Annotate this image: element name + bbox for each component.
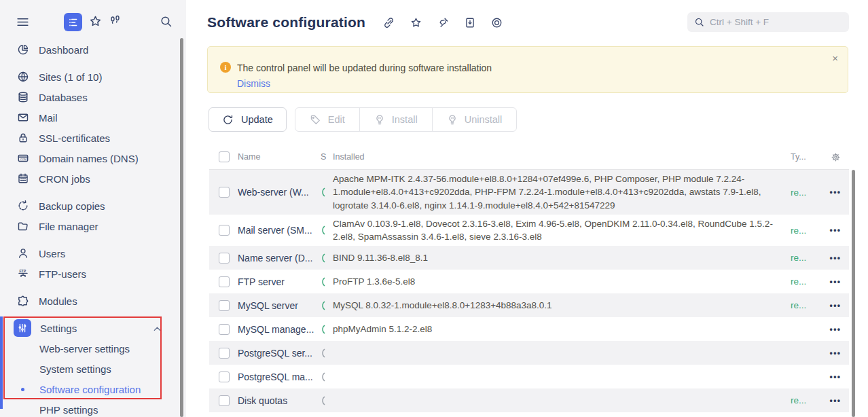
toolbar-group: Edit Install Uninstall: [295, 107, 518, 132]
sidebar-item-users[interactable]: Users: [0, 243, 177, 264]
row-name: PostgreSQL ma...: [238, 371, 321, 382]
table-row[interactable]: MySQL server MySQL 8.0.32-1.module+el8.8…: [209, 293, 849, 317]
row-checkbox[interactable]: [219, 276, 230, 287]
status-not-installed-icon: [321, 348, 333, 358]
row-name: MySQL server: [238, 300, 321, 311]
sidebar-item-sites[interactable]: Sites (1 of 10): [0, 67, 177, 87]
table-row[interactable]: Name server (D... BIND 9.11.36-8.el8_8.1…: [209, 246, 849, 270]
row-menu-button[interactable]: •••: [822, 187, 849, 197]
sidebar-item-webserver-settings[interactable]: Web-server settings: [0, 338, 177, 359]
sidebar-item-label: Databases: [39, 92, 88, 103]
row-checkbox[interactable]: [219, 371, 230, 382]
export-file-icon[interactable]: [465, 17, 475, 29]
pin-icon[interactable]: [437, 17, 449, 29]
sidebar-item-label: CRON jobs: [39, 173, 90, 185]
table-row[interactable]: PostgreSQL ser... •••: [209, 341, 849, 365]
copy-link-icon[interactable]: [383, 17, 395, 29]
row-checkbox[interactable]: [219, 395, 230, 406]
sidebar-toolbar: [0, 0, 186, 38]
row-menu-button[interactable]: •••: [822, 372, 849, 382]
sidebar-search-icon[interactable]: [160, 15, 173, 28]
table-row[interactable]: MySQL manage... phpMyAdmin 5.1.2-2.el8 •…: [209, 317, 849, 341]
sidebar-item-filemanager[interactable]: File manager: [0, 216, 177, 236]
database-icon: [16, 90, 30, 104]
row-checkbox[interactable]: [219, 187, 230, 198]
refresh-icon: [222, 114, 234, 126]
dashboard-pie-icon: [16, 43, 30, 56]
column-name[interactable]: Name: [238, 152, 321, 162]
padlock-icon: [16, 131, 30, 145]
install-button[interactable]: Install: [359, 108, 432, 131]
row-menu-button[interactable]: •••: [822, 325, 849, 334]
edit-button[interactable]: Edit: [295, 108, 359, 131]
table-scrollbar[interactable]: [852, 170, 855, 417]
row-menu-button[interactable]: •••: [822, 225, 849, 235]
footprints-icon[interactable]: [108, 14, 123, 28]
notification-banner: i The control panel will be updated duri…: [207, 46, 848, 93]
restore-arrow-icon: [16, 199, 30, 213]
favorites-star-icon[interactable]: [89, 15, 102, 28]
sidebar-item-ftpusers[interactable]: FTP FTP-users: [0, 264, 177, 284]
column-type[interactable]: Ty...: [791, 152, 822, 162]
sidebar-scrollbar[interactable]: [180, 38, 183, 417]
row-name: Name server (D...: [238, 253, 321, 264]
row-menu-button[interactable]: •••: [822, 301, 849, 310]
help-ring-icon[interactable]: [491, 17, 503, 29]
table-row[interactable]: FTP server ProFTP 1.3.6e-5.el8 re... •••: [209, 270, 849, 293]
row-installed: Apache MPM-ITK 2.4.37-56.module+el8.8.0+…: [333, 173, 791, 211]
table-row[interactable]: Web-server (W... Apache MPM-ITK 2.4.37-5…: [209, 170, 849, 215]
calendar-icon: [16, 172, 30, 185]
sidebar-item-mail[interactable]: Mail: [0, 107, 177, 128]
row-installed: ProFTP 1.3.6e-5.el8: [333, 275, 791, 288]
dot-com-icon: .COM: [16, 151, 30, 165]
favorite-star-icon[interactable]: [410, 17, 422, 29]
sidebar-item-label: Mail: [39, 112, 58, 124]
sidebar-item-databases[interactable]: Databases: [0, 87, 177, 107]
update-button[interactable]: Update: [209, 107, 287, 132]
close-icon[interactable]: ×: [832, 52, 838, 64]
search-input[interactable]: [710, 17, 839, 27]
sidebar-item-system-settings[interactable]: System settings: [0, 359, 177, 379]
sidebar-item-dns[interactable]: .COM Domain names (DNS): [0, 148, 177, 168]
list-view-icon[interactable]: [64, 13, 82, 31]
sidebar-item-modules[interactable]: Modules: [0, 291, 177, 311]
row-checkbox[interactable]: [219, 300, 230, 311]
row-checkbox[interactable]: [219, 324, 230, 335]
status-installed-icon: [321, 253, 333, 263]
sidebar-item-settings[interactable]: Settings: [0, 318, 177, 338]
table-row[interactable]: Disk quotas re... •••: [209, 388, 849, 412]
search-icon: [694, 17, 704, 27]
svg-text:FTP: FTP: [19, 269, 26, 273]
chevron-up-icon[interactable]: [153, 325, 162, 333]
hamburger-menu-icon[interactable]: [16, 16, 29, 29]
sidebar-item-ssl[interactable]: SSL-certificates: [0, 128, 177, 148]
sidebar-item-software-configuration[interactable]: Software configuration: [0, 379, 177, 399]
row-menu-button[interactable]: •••: [822, 253, 849, 263]
row-menu-button[interactable]: •••: [822, 348, 849, 358]
sidebar-item-dashboard[interactable]: Dashboard: [0, 39, 177, 60]
sidebar-item-label: System settings: [39, 363, 111, 375]
uninstall-button[interactable]: Uninstall: [432, 108, 517, 131]
row-checkbox[interactable]: [219, 253, 230, 264]
status-installed-icon: [321, 187, 333, 197]
sidebar-item-label: FTP-users: [39, 268, 86, 280]
sidebar-item-php-settings[interactable]: PHP settings: [0, 399, 177, 417]
row-type: re...: [791, 187, 822, 198]
sidebar-item-backup[interactable]: Backup copies: [0, 196, 177, 216]
status-not-installed-icon: [321, 396, 333, 405]
row-installed: phpMyAdmin 5.1.2-2.el8: [333, 323, 791, 336]
column-state[interactable]: S: [321, 152, 333, 162]
table-row[interactable]: Mail server (SM... ClamAv 0.103.9-1.el8,…: [209, 215, 849, 246]
row-checkbox[interactable]: [219, 348, 230, 359]
row-checkbox[interactable]: [219, 225, 230, 236]
row-menu-button[interactable]: •••: [822, 396, 849, 405]
global-search[interactable]: [687, 12, 849, 32]
select-all-checkbox[interactable]: [219, 151, 230, 162]
dismiss-link[interactable]: Dismiss: [237, 78, 270, 89]
table-row[interactable]: PostgreSQL ma... •••: [209, 365, 849, 388]
sidebar-item-cron[interactable]: CRON jobs: [0, 168, 177, 189]
row-menu-button[interactable]: •••: [822, 277, 849, 287]
main-content: Software configuration i The control pan…: [186, 0, 868, 417]
column-installed[interactable]: Installed: [333, 152, 791, 162]
table-settings-gear-icon[interactable]: [822, 151, 849, 162]
